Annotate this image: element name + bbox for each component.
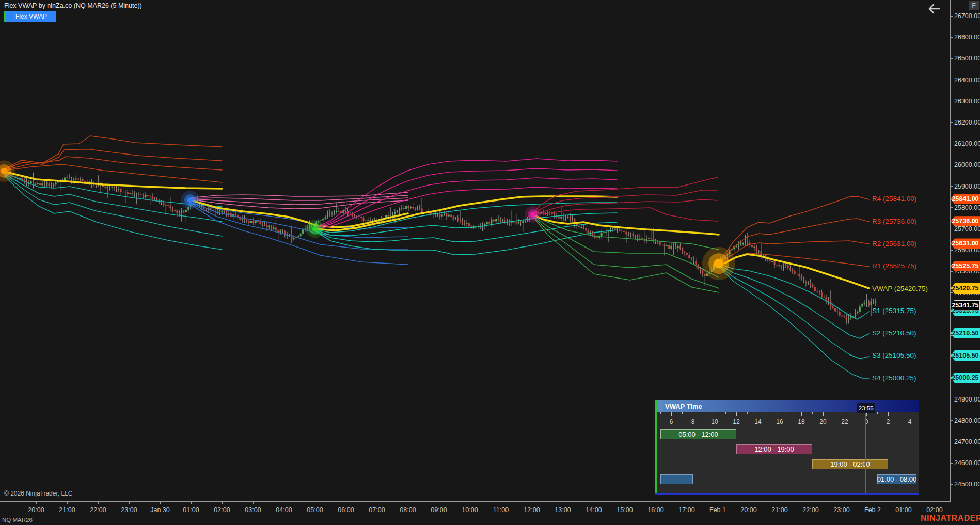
price-axis-tick <box>950 442 953 442</box>
time-axis-label: 05:00 <box>307 506 323 514</box>
candle-body <box>448 215 450 217</box>
candle-body <box>417 207 418 209</box>
price-axis-tick <box>950 484 953 485</box>
candle-body <box>165 205 167 205</box>
candle-body <box>255 221 257 223</box>
candle-body <box>803 279 804 282</box>
session-0100-0800-band-R4 <box>190 192 408 198</box>
candle-body <box>859 306 861 312</box>
candle-body <box>621 231 623 231</box>
session-range-bar: 05:00 - 12:00 <box>660 429 736 439</box>
candle-body <box>603 232 605 233</box>
price-axis[interactable]: 26700.0026600.0026500.0026400.0026300.00… <box>950 0 980 501</box>
price-axis-label: 26100.00 <box>954 140 980 147</box>
candle-body <box>80 179 81 180</box>
candle-body <box>572 219 573 220</box>
candle-body <box>365 221 367 221</box>
panel-hour-tick-minor <box>747 412 748 414</box>
candle-body <box>446 214 447 217</box>
time-axis-label: 23:00 <box>833 506 849 514</box>
candle-body <box>44 183 45 184</box>
candle-body <box>116 188 117 189</box>
plot-label-R3: R3 (25736.00) <box>872 218 916 225</box>
candle-body <box>455 218 456 219</box>
candle-body <box>120 189 122 192</box>
price-axis-tick <box>950 292 953 293</box>
candle-body <box>760 251 762 256</box>
candle-body <box>228 213 230 214</box>
price-axis-label: 25900.00 <box>954 183 980 190</box>
candle-body <box>275 227 277 230</box>
candle-body <box>33 181 34 185</box>
time-axis-tick <box>36 502 37 504</box>
time-axis[interactable]: 20:0021:0022:0023:00Jan 3001:0002:0003:0… <box>0 502 951 516</box>
panel-hour-label: 22 <box>841 418 848 425</box>
candle-body <box>450 215 452 217</box>
candle-body <box>69 178 70 178</box>
candle-body <box>663 245 665 246</box>
candle-body <box>787 265 789 268</box>
candle-body <box>334 212 335 213</box>
time-axis-tick <box>594 502 594 504</box>
candle-body <box>684 252 686 253</box>
candle-body <box>588 231 589 233</box>
candle-body <box>816 291 818 291</box>
candle-body <box>846 317 847 320</box>
time-axis-tick <box>656 502 656 504</box>
candle-body <box>677 246 679 248</box>
candle-body <box>675 246 676 248</box>
candle-body <box>55 182 57 184</box>
indicator-price-tag: 25105.50 <box>951 350 980 361</box>
indicator-price-tag: 25631.00 <box>951 238 980 249</box>
panel-hour-tick-minor <box>899 412 899 414</box>
session-range-bar <box>660 474 693 484</box>
panel-hour-tick-minor <box>704 412 704 414</box>
time-axis-label: 02:00 <box>214 506 230 514</box>
candle-body <box>219 211 220 212</box>
indicator-price-tag: 25420.75 <box>951 283 980 294</box>
candle-body <box>206 209 207 210</box>
time-axis-tick <box>253 502 254 504</box>
candle-body <box>183 211 185 212</box>
candle-body <box>814 287 816 291</box>
candle-body <box>625 232 627 234</box>
time-axis-label: 01:00 <box>183 506 199 514</box>
candle-body <box>134 193 135 193</box>
session-range-bar: 12:00 - 19:00 <box>736 444 812 454</box>
candle-body <box>464 224 465 224</box>
candle-body <box>300 234 302 236</box>
candle-body <box>796 274 798 274</box>
session-1900-0200-feb1-band-R4 <box>720 196 869 261</box>
session-1200-1900-band-R3 <box>533 190 718 214</box>
candle-body <box>563 217 564 217</box>
candle-body <box>493 220 495 222</box>
candle-body <box>367 220 369 221</box>
candle-body <box>498 219 499 220</box>
candle-body <box>771 261 773 262</box>
candle-body <box>751 245 753 247</box>
candle-body <box>554 214 555 215</box>
candle-body <box>224 211 225 211</box>
candle-body <box>839 312 841 316</box>
vwap-time-panel[interactable]: VWAP Time 6810121416182022024 05:00 - 12… <box>655 400 919 495</box>
time-axis-tick <box>532 502 532 504</box>
time-axis-label: 06:00 <box>338 506 354 514</box>
candle-body <box>49 184 50 186</box>
time-axis-label: 03:00 <box>245 506 261 514</box>
plot-label-VWAP: VWAP (25420.75) <box>872 285 928 292</box>
last-price-tag: 25341.75 <box>951 300 980 311</box>
plot-label-S4: S4 (25000.25) <box>872 374 916 382</box>
candle-body <box>235 214 236 215</box>
panel-hour-tick-minor <box>856 412 856 414</box>
candle-body <box>131 193 133 193</box>
candle-body <box>486 222 488 224</box>
candle-body <box>167 205 169 206</box>
candle-body <box>394 212 396 214</box>
candle-body <box>808 283 809 284</box>
time-axis-label: 14:00 <box>586 506 602 514</box>
time-axis-label: Jan 30 <box>150 506 170 514</box>
price-axis-tick <box>950 463 953 464</box>
candle-body <box>35 184 36 185</box>
candle-body <box>147 195 149 196</box>
time-axis-tick <box>780 502 780 504</box>
